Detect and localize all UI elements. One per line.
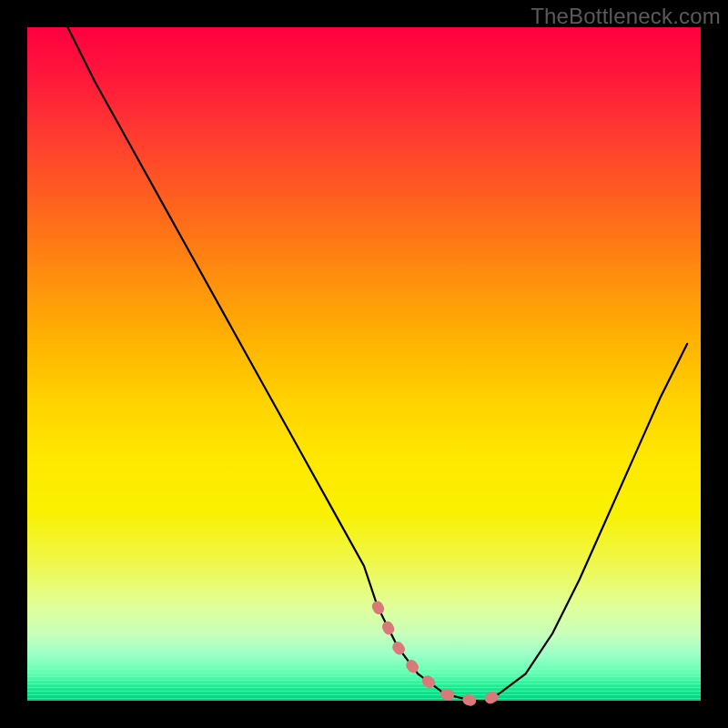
optimal-marker (378, 606, 499, 701)
watermark-text: TheBottleneck.com (531, 4, 721, 29)
bottleneck-curve (67, 27, 687, 701)
plot-area (27, 27, 701, 701)
chart-canvas: TheBottleneck.com (0, 0, 728, 728)
curve-layer (27, 27, 701, 701)
